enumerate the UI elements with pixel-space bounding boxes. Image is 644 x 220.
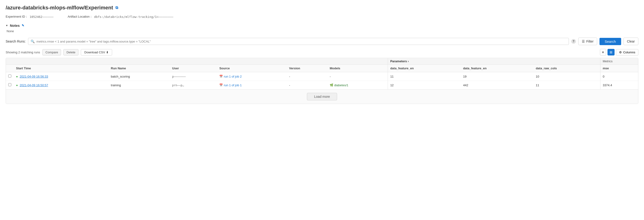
row1-start-time-link[interactable]: 2021-04-09 16:56:33: [20, 75, 48, 78]
row1-checkbox[interactable]: [6, 72, 14, 81]
col-header-user: User: [170, 65, 217, 72]
row2-status-icon: ●: [16, 84, 18, 87]
columns-icon: ⚙: [619, 51, 622, 54]
row2-checkbox[interactable]: [6, 81, 14, 90]
search-runs-label: Search Runs:: [6, 39, 26, 43]
columns-button[interactable]: ⚙ Columns: [616, 49, 638, 55]
row2-model-icon: 🌿: [330, 84, 333, 87]
page-header: /azure-databricks-mlops-mlflow/Experimen…: [6, 5, 638, 19]
row2-models: 🌿 diabetes/1: [328, 81, 388, 90]
group-header-parameters[interactable]: Parameters ›: [388, 58, 600, 65]
search-icon: 🔍: [30, 39, 35, 43]
grid-icon: ⊞: [610, 50, 612, 54]
row2-data-raw-cols: 11: [533, 81, 600, 90]
row2-source: 📅 run 1 of job 1: [217, 81, 287, 90]
col-header-source: Source: [217, 65, 287, 72]
group-header-metrics: Metrics: [600, 58, 638, 65]
row2-source-link[interactable]: 📅 run 1 of job 1: [219, 84, 284, 87]
col-header-data-feature-en2: data_feature_en: [461, 65, 534, 72]
col-header-models: Models: [328, 65, 388, 72]
row1-user: p———————: [170, 72, 217, 81]
artifact-location-label: Artifact Location：: [68, 14, 92, 19]
load-more-button[interactable]: Load more: [307, 93, 337, 100]
col-header-run-name: Run Name: [108, 65, 170, 72]
toolbar-row: Showing 2 matching runs Compare Delete D…: [6, 49, 638, 55]
row1-calendar-icon: 📅: [219, 75, 223, 78]
row2-data-feature-en2: 442: [461, 81, 534, 90]
row1-data-feature-en2: 19: [461, 72, 534, 81]
artifact-location-item: Artifact Location： dbfs:/databricks/mlfl…: [68, 14, 173, 19]
row2-start-time: ● 2021-04-09 16:50:57: [14, 81, 108, 90]
experiment-id-label: Experiment ID：: [6, 14, 28, 19]
help-icon[interactable]: ?: [571, 39, 576, 44]
filter-icon: ☰: [582, 39, 585, 43]
row1-start-time: ● 2021-04-09 16:56:33: [14, 72, 108, 81]
table-body: ● 2021-04-09 16:56:33 batch_scoring p———…: [6, 72, 638, 90]
clear-button[interactable]: Clear: [624, 38, 638, 45]
delete-button[interactable]: Delete: [63, 49, 78, 55]
view-list-button[interactable]: ≡: [600, 49, 606, 55]
matching-runs-text: Showing 2 matching runs: [6, 51, 40, 54]
row1-status-icon: ●: [16, 75, 18, 78]
row2-data-feature-en1: 12: [388, 81, 461, 90]
runs-table: Parameters › Metrics Start Time Run Name…: [6, 58, 638, 89]
list-icon: ≡: [602, 50, 604, 54]
experiment-id-item: Experiment ID： 1052462——————: [6, 14, 54, 19]
filter-button[interactable]: ☰ Filter: [578, 38, 597, 45]
row2-version: -: [287, 81, 328, 90]
row1-data-raw-cols: 10: [533, 72, 600, 81]
download-csv-button[interactable]: Download CSV ⬇: [81, 49, 112, 55]
row2-start-time-link[interactable]: 2021-04-09 16:50:57: [20, 84, 48, 87]
notes-content: None: [6, 29, 638, 33]
row1-models: -: [328, 72, 388, 81]
meta-row: Experiment ID： 1052462—————— Artifact Lo…: [6, 14, 638, 19]
search-input-wrapper: 🔍: [28, 38, 569, 45]
notes-label: Notes: [10, 23, 20, 27]
load-more-row: Load more: [6, 89, 638, 104]
col-header-data-feature-en1: data_feature_en: [388, 65, 461, 72]
col-header-version: Version: [287, 65, 328, 72]
row1-source: 📅 run 1 of job 2: [217, 72, 287, 81]
row1-data-feature-en1: 11: [388, 72, 461, 81]
notes-section: ▼ Notes ✎ None: [6, 23, 638, 33]
search-input[interactable]: [36, 40, 566, 43]
compare-button[interactable]: Compare: [42, 49, 61, 55]
table-row: ● 2021-04-09 16:56:33 batch_scoring p———…: [6, 72, 638, 81]
col-header-checkbox: [6, 65, 14, 72]
row2-calendar-icon: 📅: [219, 84, 223, 87]
search-runs-row: Search Runs: 🔍 ? ☰ Filter Search Clear: [6, 38, 638, 45]
table-row: ● 2021-04-09 16:50:57 training prn——p… 📅…: [6, 81, 638, 90]
filter-label: Filter: [586, 39, 594, 43]
toolbar-right: ≡ ⊞ ⚙ Columns: [600, 49, 638, 55]
toolbar-left: Showing 2 matching runs Compare Delete D…: [6, 49, 112, 55]
row1-run-name: batch_scoring: [108, 72, 170, 81]
row2-model-link[interactable]: 🌿 diabetes/1: [330, 84, 385, 87]
col-header-start-time: Start Time: [14, 65, 108, 72]
view-grid-button[interactable]: ⊞: [608, 49, 614, 55]
group-header-empty: [6, 58, 388, 65]
row2-user: prn——p…: [170, 81, 217, 90]
group-header-row: Parameters › Metrics: [6, 58, 638, 65]
search-button[interactable]: Search: [600, 38, 621, 45]
row1-mse: 0: [600, 72, 638, 81]
notes-toggle: ▼: [6, 24, 8, 27]
notes-edit-icon[interactable]: ✎: [22, 24, 24, 27]
notes-header[interactable]: ▼ Notes ✎: [6, 23, 638, 27]
table-container: Parameters › Metrics Start Time Run Name…: [6, 58, 638, 104]
col-header-data-raw-cols: data_raw_cols: [533, 65, 600, 72]
row2-mse: 3374.4: [600, 81, 638, 90]
columns-label: Columns: [623, 51, 635, 54]
row1-source-link[interactable]: 📅 run 1 of job 2: [219, 75, 284, 78]
page-title: /azure-databricks-mlops-mlflow/Experimen…: [6, 5, 113, 11]
col-header-row: Start Time Run Name User Source Version …: [6, 65, 638, 72]
col-header-mse: mse: [600, 65, 638, 72]
copy-icon[interactable]: ⧉: [116, 6, 118, 10]
artifact-location-value: dbfs:/databricks/mlflow-tracking/1⊂—————…: [94, 15, 173, 18]
experiment-id-value: 1052462——————: [30, 15, 54, 18]
row1-version: -: [287, 72, 328, 81]
row2-run-name: training: [108, 81, 170, 90]
